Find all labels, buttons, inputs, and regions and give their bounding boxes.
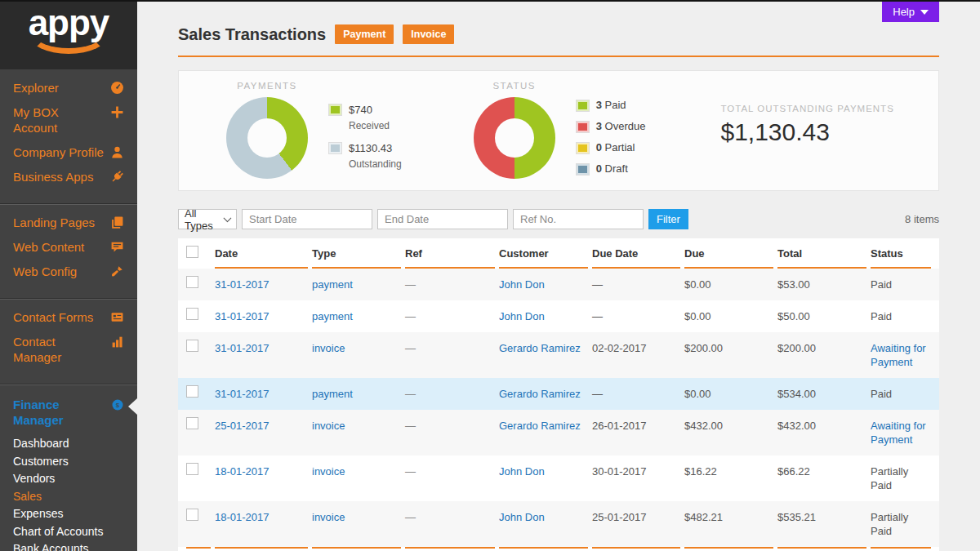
cell-customer[interactable]: Gerardo Ramirez	[499, 378, 588, 410]
cell-customer[interactable]: Gerardo Ramirez	[499, 410, 588, 442]
legend-label: Paid	[605, 99, 626, 111]
cell-due-date: —	[592, 378, 680, 410]
finance-nav-item[interactable]: Dashboard	[0, 435, 137, 453]
legend-swatch-yellow	[577, 143, 589, 153]
finance-nav-item[interactable]: Chart of Accounts	[0, 523, 137, 541]
column-header-due-date: Due Date	[592, 238, 680, 269]
cell-ref: —	[405, 378, 495, 410]
start-date-input[interactable]	[242, 209, 372, 229]
payments-chart: PAYMENTS	[226, 71, 308, 190]
column-footer-status: Status	[871, 547, 931, 551]
cell-type[interactable]: invoice	[312, 455, 401, 487]
cell-type[interactable]: invoice	[312, 332, 401, 364]
type-select-value: All Types	[185, 207, 225, 232]
legend-swatch-gray	[329, 143, 341, 153]
cell-date[interactable]: 31-01-2017	[215, 332, 308, 364]
cell-customer[interactable]: John Don	[499, 455, 588, 487]
cell-ref: —	[405, 410, 495, 442]
sidebar-item-contact-forms[interactable]: Contact Forms	[0, 309, 137, 325]
column-header-ref: Ref	[405, 238, 495, 269]
legend-item-outstanding: $1130.43 Outstanding	[329, 142, 402, 170]
sidebar-item-business-apps[interactable]: Business Apps	[0, 169, 137, 184]
cell-date[interactable]: 25-01-2017	[215, 410, 308, 442]
sidebar-item-company-profile[interactable]: Company Profile	[0, 144, 137, 160]
sidebar-item-label: Web Content	[13, 239, 110, 255]
finance-nav-item[interactable]: Bank Accounts	[0, 540, 137, 551]
cell-date[interactable]: 31-01-2017	[215, 300, 308, 332]
finance-nav-item[interactable]: Sales	[0, 488, 137, 506]
finance-nav-item[interactable]: Expenses	[0, 505, 137, 523]
sidebar-item-my-box-account[interactable]: My BOX Account	[0, 104, 137, 136]
cell-type[interactable]: invoice	[312, 501, 401, 533]
brush-icon	[110, 264, 124, 278]
cell-customer[interactable]: John Don	[499, 501, 588, 533]
cell-type[interactable]: payment	[312, 378, 401, 410]
ref-no-input[interactable]	[513, 209, 644, 229]
finance-nav-item[interactable]: Vendors	[0, 470, 137, 488]
payment-button[interactable]: Payment	[335, 24, 394, 44]
cell-type[interactable]: invoice	[312, 410, 401, 442]
end-date-input[interactable]	[377, 209, 508, 229]
sidebar-item-landing-pages[interactable]: Landing Pages	[0, 215, 137, 230]
cell-date[interactable]: 31-01-2017	[215, 378, 308, 410]
cell-date[interactable]: 31-01-2017	[215, 269, 308, 300]
column-footer-customer: Customer	[499, 547, 588, 551]
cell-due: $432.00	[684, 410, 773, 442]
cell-ref: —	[405, 300, 495, 332]
cell-status[interactable]: Partially Paid	[871, 455, 931, 501]
cell-customer[interactable]: Gerardo Ramirez	[499, 332, 588, 364]
row-checkbox[interactable]	[186, 308, 198, 320]
table-header-row: Date Type Ref Customer Due Date Due Tota…	[178, 238, 939, 269]
row-checkbox[interactable]	[186, 463, 198, 475]
sidebar-item-label: Business Apps	[13, 169, 110, 184]
invoice-button[interactable]: Invoice	[403, 24, 454, 44]
sidebar-item-contact-manager[interactable]: Contact Manager	[0, 334, 137, 365]
status-chart: STATUS	[474, 71, 555, 190]
active-section-arrow	[128, 398, 137, 415]
sidebar-item-finance-manager[interactable]: Finance Manager $	[0, 397, 137, 428]
row-checkbox[interactable]	[186, 385, 198, 398]
help-button[interactable]: Help	[882, 2, 939, 22]
cell-type[interactable]: payment	[312, 269, 401, 300]
cell-date[interactable]: 18-01-2017	[215, 501, 308, 533]
column-header-due: Due	[684, 238, 773, 269]
cell-type[interactable]: payment	[312, 300, 401, 332]
sidebar-item-explorer[interactable]: Explorer	[0, 80, 137, 96]
total-outstanding-value: $1,130.43	[720, 118, 893, 146]
sidebar-item-web-content[interactable]: Web Content	[0, 239, 137, 255]
row-checkbox[interactable]	[186, 509, 198, 521]
cell-customer[interactable]: John Don	[499, 300, 588, 332]
table-row: 31-01-2017 invoice — Gerardo Ramirez 02-…	[178, 332, 939, 378]
items-count: 8 items	[905, 213, 939, 225]
app-logo[interactable]: appy	[0, 0, 137, 69]
cell-status[interactable]: Paid	[871, 300, 931, 332]
cell-status[interactable]: Awaiting for Payment	[871, 410, 931, 455]
cell-status[interactable]: Partially Paid	[871, 501, 931, 547]
table-body: 31-01-2017 payment — John Don — $0.00 $5…	[178, 269, 939, 547]
legend-count: 0	[596, 162, 602, 175]
cell-status[interactable]: Paid	[871, 269, 931, 300]
row-checkbox[interactable]	[186, 417, 198, 429]
help-label: Help	[893, 6, 915, 18]
payments-chart-title: PAYMENTS	[237, 81, 297, 91]
finance-nav-item[interactable]: Customers	[0, 453, 137, 471]
column-header-type: Type	[312, 238, 401, 269]
type-select[interactable]: All Types	[178, 209, 237, 229]
caret-down-icon	[920, 10, 929, 15]
sidebar-item-web-config[interactable]: Web Config	[0, 264, 137, 279]
cell-due: $0.00	[684, 378, 773, 410]
cell-customer[interactable]: John Don	[499, 269, 588, 300]
cell-status[interactable]: Paid	[871, 378, 931, 410]
cell-date[interactable]: 18-01-2017	[215, 455, 308, 487]
comment-icon	[110, 240, 124, 254]
sidebar-item-label: Contact Manager	[13, 334, 110, 365]
filter-button[interactable]: Filter	[648, 209, 688, 229]
finance-nav: Dashboard Customers Vendors Sales Expens…	[0, 435, 137, 551]
cell-due-date: —	[592, 300, 680, 332]
legend-value: $1130.43	[349, 142, 402, 154]
row-checkbox[interactable]	[186, 276, 198, 288]
row-checkbox[interactable]	[186, 340, 198, 352]
cell-status[interactable]: Awaiting for Payment	[871, 332, 931, 378]
select-all-checkbox[interactable]	[186, 246, 198, 258]
legend-label: Draft	[605, 162, 628, 175]
